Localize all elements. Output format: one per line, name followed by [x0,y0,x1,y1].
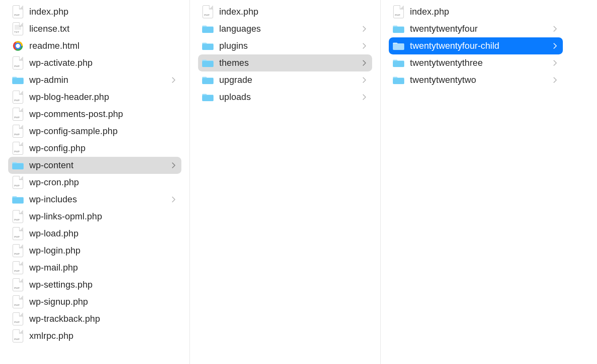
item-label: wp-settings.php [29,280,177,290]
item-label: twentytwentythree [410,58,551,68]
item-label: wp-activate.php [29,58,177,68]
finder-column-view: PHPindex.php TXT license.txtreadme.htmlP… [0,0,597,364]
item-label: wp-config-sample.php [29,126,177,136]
php-file-icon: PHP [11,176,24,189]
folder-row-twentytwentythree[interactable]: twentytwentythree [389,54,563,72]
folder-row-twentytwentytwo[interactable]: twentytwentytwo [389,72,563,89]
php-file-icon: PHP [392,5,405,18]
svg-rect-5 [202,61,214,67]
chevron-right-icon [361,94,368,100]
folder-row-twentytwentyfour[interactable]: twentytwentyfour [389,20,563,37]
item-label: wp-signup.php [29,297,177,307]
file-row-wp-load-php[interactable]: PHPwp-load.php [8,225,181,242]
php-file-icon: PHP [11,227,24,240]
chevron-right-icon [361,43,368,49]
file-row-wp-login-php[interactable]: PHPwp-login.php [8,242,181,259]
svg-rect-6 [202,78,214,84]
item-label: twentytwentytwo [410,75,551,85]
php-file-icon: PHP [201,5,214,18]
chevron-right-icon [551,43,559,49]
file-row-wp-config-php[interactable]: PHPwp-config.php [8,140,181,157]
php-file-icon: PHP [11,329,24,342]
php-file-icon: PHP [11,5,24,18]
item-label: wp-links-opml.php [29,211,177,222]
folder-icon [392,56,405,69]
folder-row-wp-admin[interactable]: wp-admin [8,72,181,89]
file-row-wp-mail-php[interactable]: PHPwp-mail.php [8,259,181,276]
item-label: wp-content [29,160,170,171]
item-label: wp-login.php [29,245,177,256]
file-row-license-txt[interactable]: TXT license.txt [8,20,181,37]
txt-file-icon: TXT [11,22,24,35]
svg-rect-2 [12,197,24,204]
folder-row-wp-content[interactable]: wp-content [8,157,181,174]
item-label: wp-blog-header.php [29,92,177,102]
item-label: wp-load.php [29,228,177,239]
item-label: index.php [29,6,177,17]
svg-rect-8 [393,27,404,33]
php-file-icon: PHP [11,295,24,308]
file-row-wp-comments-post-php[interactable]: PHPwp-comments-post.php [8,106,181,123]
chevron-right-icon [170,77,177,83]
folder-row-plugins[interactable]: plugins [198,37,372,54]
svg-rect-7 [202,95,214,101]
php-file-icon: PHP [11,244,24,257]
folder-row-uploads[interactable]: uploads [198,89,372,106]
file-row-wp-settings-php[interactable]: PHPwp-settings.php [8,276,181,293]
php-file-icon: PHP [11,91,24,104]
item-label: wp-comments-post.php [29,109,177,119]
item-label: wp-config.php [29,143,177,154]
item-label: license.txt [29,24,177,34]
item-label: themes [219,58,361,68]
chevron-right-icon [361,77,368,83]
file-row-wp-cron-php[interactable]: PHPwp-cron.php [8,174,181,191]
chevron-right-icon [170,197,177,202]
svg-rect-11 [393,78,404,84]
item-label: wp-includes [29,194,170,205]
folder-row-wp-includes[interactable]: wp-includes [8,191,181,208]
item-label: readme.html [29,41,177,51]
chevron-right-icon [361,60,368,66]
item-label: wp-admin [29,75,170,85]
folder-icon [392,74,405,87]
folder-row-languages[interactable]: languages [198,20,372,37]
item-label: languages [219,24,361,34]
svg-rect-1 [12,163,24,169]
chevron-right-icon [551,26,559,32]
folder-icon [201,74,214,87]
file-row-wp-trackback-php[interactable]: PHPwp-trackback.php [8,310,181,327]
folder-icon [11,193,24,206]
php-file-icon: PHP [11,261,24,274]
item-label: plugins [219,41,361,51]
folder-icon [392,39,405,52]
file-row-wp-blog-header-php[interactable]: PHPwp-blog-header.php [8,89,181,106]
file-row-wp-config-sample-php[interactable]: PHPwp-config-sample.php [8,123,181,140]
chevron-right-icon [361,26,368,32]
svg-rect-0 [12,78,24,84]
item-label: wp-mail.php [29,262,177,273]
column-themes: PHPindex.php twentytwentyfour twentytwen… [381,0,571,364]
php-file-icon: PHP [11,312,24,325]
column-root: PHPindex.php TXT license.txtreadme.htmlP… [0,0,190,364]
file-row-index-php[interactable]: PHPindex.php [8,3,181,20]
folder-row-upgrade[interactable]: upgrade [198,72,372,89]
folder-row-themes[interactable]: themes [198,54,372,72]
item-label: twentytwentyfour-child [410,41,551,51]
php-file-icon: PHP [11,56,24,69]
html-file-icon [11,39,24,52]
folder-icon [11,159,24,172]
file-row-wp-signup-php[interactable]: PHPwp-signup.php [8,293,181,310]
file-row-readme-html[interactable]: readme.html [8,37,181,54]
chevron-right-icon [170,162,177,168]
file-row-index-php[interactable]: PHPindex.php [389,3,563,20]
file-row-index-php[interactable]: PHPindex.php [198,3,372,20]
file-row-wp-links-opml-php[interactable]: PHPwp-links-opml.php [8,208,181,225]
php-file-icon: PHP [11,108,24,121]
folder-row-twentytwentyfour-child[interactable]: twentytwentyfour-child [389,37,563,54]
file-row-xmlrpc-php[interactable]: PHPxmlrpc.php [8,327,181,344]
folder-icon [392,22,405,35]
php-file-icon: PHP [11,278,24,291]
folder-icon [201,56,214,69]
php-file-icon: PHP [11,142,24,155]
file-row-wp-activate-php[interactable]: PHPwp-activate.php [8,54,181,72]
